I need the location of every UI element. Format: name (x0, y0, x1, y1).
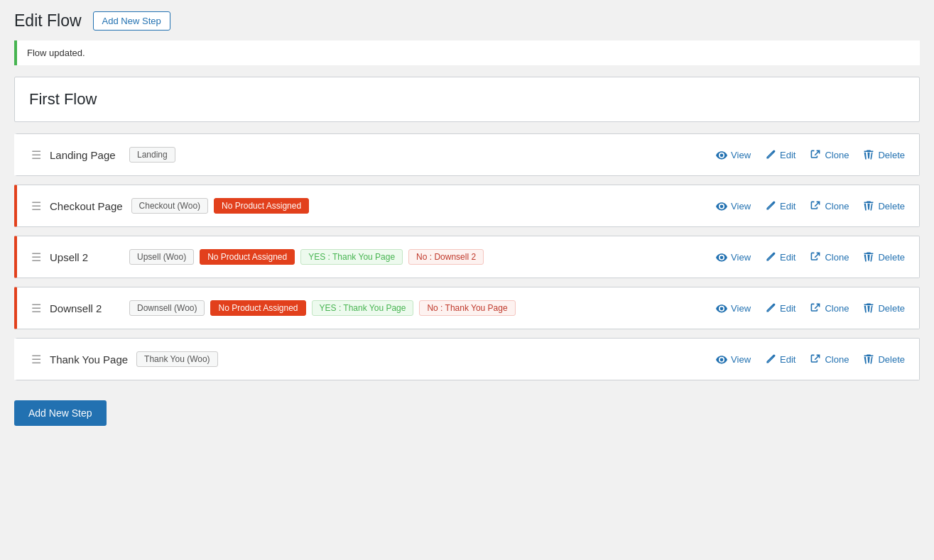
step-row-checkout-page: ☰Checkout PageCheckout (Woo)No Product A… (14, 185, 920, 227)
edit-button-thank-you-page[interactable]: Edit (765, 353, 795, 365)
drag-handle-thank-you-page[interactable]: ☰ (31, 353, 41, 366)
tag-thank-you-(woo): Thank You (Woo) (136, 351, 218, 367)
delete-button-checkout-page[interactable]: Delete (863, 200, 905, 212)
notice-message: Flow updated. (27, 48, 85, 58)
actions-area-upsell-2: View Edit Clone Delete (716, 251, 905, 263)
add-new-step-button-bottom[interactable]: Add New Step (14, 400, 107, 426)
tags-area-thank-you-page: Thank You (Woo) (136, 351, 707, 367)
tag-no--thank-you-page: No : Thank You Page (419, 300, 515, 316)
actions-area-landing-page: View Edit Clone Delete (716, 149, 905, 160)
tag-downsell-(woo): Downsell (Woo) (129, 300, 205, 316)
edit-button-checkout-page[interactable]: Edit (765, 200, 795, 212)
tags-area-landing-page: Landing (129, 147, 707, 163)
step-row-upsell-2: ☰Upsell 2Upsell (Woo)No Product Assigned… (14, 236, 920, 278)
tag-checkout-(woo): Checkout (Woo) (131, 198, 208, 214)
view-button-checkout-page[interactable]: View (716, 200, 751, 212)
delete-button-thank-you-page[interactable]: Delete (863, 353, 905, 365)
tag-upsell-(woo): Upsell (Woo) (129, 249, 194, 265)
tag-no--downsell-2: No : Downsell 2 (408, 249, 484, 265)
tag-yes--thank-you-page: YES : Thank You Page (312, 300, 414, 316)
tags-area-downsell-2: Downsell (Woo)No Product AssignedYES : T… (129, 300, 707, 316)
drag-handle-downsell-2[interactable]: ☰ (31, 302, 41, 315)
tag-landing: Landing (129, 147, 175, 163)
tags-area-checkout-page: Checkout (Woo)No Product Assigned (131, 198, 708, 214)
actions-area-thank-you-page: View Edit Clone Delete (716, 353, 905, 365)
view-button-landing-page[interactable]: View (716, 149, 751, 160)
flow-name: First Flow (29, 90, 905, 109)
step-name-thank-you-page: Thank You Page (50, 353, 128, 366)
step-row-landing-page: ☰Landing PageLanding View Edit Clone Del… (14, 133, 920, 176)
view-button-upsell-2[interactable]: View (716, 251, 751, 263)
actions-area-checkout-page: View Edit Clone Delete (716, 200, 905, 212)
step-name-landing-page: Landing Page (50, 149, 121, 161)
step-name-checkout-page: Checkout Page (50, 200, 123, 212)
add-new-step-button-top[interactable]: Add New Step (93, 11, 170, 31)
page-wrapper: Edit Flow Add New Step Flow updated. Fir… (0, 0, 934, 437)
flow-updated-notice: Flow updated. (14, 40, 920, 65)
steps-container: ☰Landing PageLanding View Edit Clone Del… (14, 133, 920, 389)
tag-yes--thank-you-page: YES : Thank You Page (300, 249, 403, 265)
drag-handle-landing-page[interactable]: ☰ (31, 148, 41, 162)
drag-handle-checkout-page[interactable]: ☰ (31, 199, 41, 213)
edit-button-landing-page[interactable]: Edit (765, 149, 795, 160)
tag-no-product-assigned: No Product Assigned (214, 198, 309, 214)
view-button-thank-you-page[interactable]: View (716, 353, 751, 365)
view-button-downsell-2[interactable]: View (716, 302, 751, 314)
flow-title-card: First Flow (14, 77, 920, 122)
edit-button-upsell-2[interactable]: Edit (765, 251, 795, 263)
page-title: Edit Flow (14, 11, 82, 31)
drag-handle-upsell-2[interactable]: ☰ (31, 251, 41, 264)
tag-no-product-assigned: No Product Assigned (210, 300, 305, 316)
clone-button-downsell-2[interactable]: Clone (810, 302, 849, 314)
clone-button-landing-page[interactable]: Clone (810, 149, 849, 160)
tags-area-upsell-2: Upsell (Woo)No Product AssignedYES : Tha… (129, 249, 707, 265)
bottom-btn-area: Add New Step (14, 400, 920, 426)
clone-button-checkout-page[interactable]: Clone (810, 200, 849, 212)
step-name-upsell-2: Upsell 2 (50, 251, 121, 263)
delete-button-downsell-2[interactable]: Delete (863, 302, 905, 314)
step-row-downsell-2: ☰Downsell 2Downsell (Woo)No Product Assi… (14, 287, 920, 329)
clone-button-thank-you-page[interactable]: Clone (810, 353, 849, 365)
edit-button-downsell-2[interactable]: Edit (765, 302, 795, 314)
step-row-thank-you-page: ☰Thank You PageThank You (Woo) View Edit… (14, 338, 920, 380)
tag-no-product-assigned: No Product Assigned (200, 249, 295, 265)
step-name-downsell-2: Downsell 2 (50, 302, 121, 314)
clone-button-upsell-2[interactable]: Clone (810, 251, 849, 263)
actions-area-downsell-2: View Edit Clone Delete (716, 302, 905, 314)
page-header: Edit Flow Add New Step (14, 11, 920, 31)
delete-button-landing-page[interactable]: Delete (863, 149, 905, 160)
delete-button-upsell-2[interactable]: Delete (863, 251, 905, 263)
